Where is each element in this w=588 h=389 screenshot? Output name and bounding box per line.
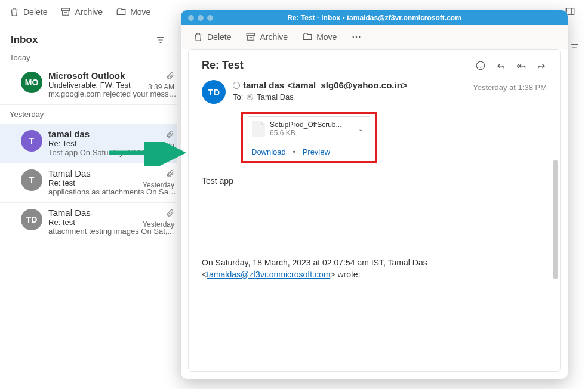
message-item[interactable]: TD Tamal Das Re: test attachment testing… bbox=[0, 203, 177, 242]
email-date: Yesterday at 1:38 PM bbox=[473, 83, 547, 92]
attachment-icon bbox=[166, 130, 174, 140]
move-icon bbox=[116, 7, 127, 17]
message-from: Microsoft Outlook bbox=[48, 70, 177, 81]
window-titlebar[interactable]: Re: Test - Inbox • tamaldas@zf3vr.onmicr… bbox=[181, 10, 568, 25]
group-yesterday-label: Yesterday bbox=[0, 105, 177, 124]
message-from: Tamal Das bbox=[48, 168, 177, 178]
archive-icon bbox=[245, 32, 256, 42]
message-time: Yesterday bbox=[143, 181, 174, 189]
annotation-highlight-box: SetupProd_OffScrub... 65.6 KB ⌄ Download… bbox=[241, 112, 377, 163]
email-subject: Re: Test bbox=[202, 59, 475, 72]
attachment-icon bbox=[166, 209, 174, 219]
email-body: Test app bbox=[189, 163, 560, 186]
svg-point-4 bbox=[353, 36, 354, 38]
archive-icon bbox=[60, 7, 71, 17]
ellipsis-icon bbox=[351, 32, 362, 42]
message-time: Yesterda bbox=[146, 141, 174, 150]
message-item[interactable]: MO Microsoft Outlook Undeliverable: FW: … bbox=[0, 66, 177, 105]
file-icon bbox=[252, 121, 265, 137]
download-link[interactable]: Download bbox=[251, 147, 286, 156]
delete-label: Delete bbox=[207, 32, 231, 42]
recipient-presence-icon bbox=[247, 94, 253, 100]
inbox-label: Inbox bbox=[11, 34, 38, 46]
close-icon[interactable] bbox=[188, 15, 194, 21]
avatar: T bbox=[21, 169, 42, 191]
move-button[interactable]: Move bbox=[116, 7, 150, 17]
delete-button[interactable]: Delete bbox=[9, 7, 47, 17]
scrollbar[interactable] bbox=[553, 160, 558, 279]
attachment-icon bbox=[166, 169, 174, 180]
reply-all-icon[interactable] bbox=[516, 60, 527, 71]
window-controls[interactable] bbox=[188, 15, 213, 21]
email-window: Re: Test - Inbox • tamaldas@zf3vr.onmicr… bbox=[181, 10, 568, 379]
archive-button[interactable]: Archive bbox=[60, 7, 103, 17]
attachment-links: Download • Preview bbox=[243, 141, 375, 156]
avatar: T bbox=[21, 130, 42, 152]
svg-rect-1 bbox=[566, 8, 574, 14]
email-actions bbox=[475, 60, 547, 71]
filter-icon[interactable] bbox=[569, 42, 580, 53]
message-item[interactable]: T Tamal Das Re: test applications as att… bbox=[0, 163, 177, 203]
trash-icon bbox=[9, 7, 20, 17]
group-today-label: Today bbox=[0, 52, 177, 66]
forward-icon[interactable] bbox=[536, 60, 547, 71]
quoted-suffix: > wrote: bbox=[330, 270, 360, 279]
message-time: Yesterday bbox=[143, 220, 174, 229]
archive-label: Archive bbox=[260, 32, 288, 42]
zoom-icon[interactable] bbox=[207, 15, 213, 21]
avatar: TD bbox=[21, 209, 42, 230]
move-icon bbox=[302, 32, 313, 42]
message-from: Tamal Das bbox=[48, 208, 177, 218]
chevron-down-icon[interactable]: ⌄ bbox=[356, 123, 366, 135]
attachment-name: SetupProd_OffScrub... bbox=[270, 121, 356, 129]
sender-name: tamal das bbox=[243, 80, 284, 90]
archive-button[interactable]: Archive bbox=[245, 32, 288, 42]
attachment-info: SetupProd_OffScrub... 65.6 KB bbox=[270, 121, 356, 138]
presence-icon bbox=[233, 82, 240, 89]
inbox-header: Inbox bbox=[0, 24, 177, 52]
message-list-panel: Inbox Today MO Microsoft Outlook Undeliv… bbox=[0, 24, 177, 389]
separator-dot: • bbox=[293, 147, 295, 156]
message-time: 3:39 AM bbox=[148, 83, 174, 91]
delete-label: Delete bbox=[23, 7, 47, 17]
to-name: Tamal Das bbox=[257, 92, 293, 101]
trash-icon bbox=[193, 32, 204, 42]
attachment-icon bbox=[166, 72, 174, 82]
move-label: Move bbox=[130, 7, 150, 17]
archive-label: Archive bbox=[75, 7, 103, 17]
attachment-size: 65.6 KB bbox=[270, 129, 356, 137]
svg-point-5 bbox=[356, 36, 357, 38]
message-item[interactable]: T tamal das Re: Test Test app On Saturda… bbox=[0, 124, 177, 163]
react-icon[interactable] bbox=[475, 60, 486, 71]
preview-link[interactable]: Preview bbox=[303, 147, 330, 156]
email-card: Re: Test TD tamal das <tamal_slg06@yahoo… bbox=[188, 49, 561, 372]
reply-icon[interactable] bbox=[495, 60, 506, 71]
move-button[interactable]: Move bbox=[302, 32, 337, 42]
svg-point-7 bbox=[476, 61, 485, 70]
email-toolbar-wrap: Delete Archive Move bbox=[181, 25, 568, 49]
svg-point-6 bbox=[359, 36, 360, 38]
delete-button[interactable]: Delete bbox=[193, 32, 231, 42]
to-line: To: Tamal Das bbox=[233, 92, 547, 101]
minimize-icon[interactable] bbox=[198, 15, 204, 21]
move-label: Move bbox=[316, 32, 337, 42]
window-title: Re: Test - Inbox • tamaldas@zf3vr.onmicr… bbox=[287, 14, 461, 22]
avatar: TD bbox=[202, 80, 226, 104]
filter-icon[interactable] bbox=[155, 35, 166, 45]
svg-rect-3 bbox=[247, 33, 255, 36]
message-from: tamal das bbox=[48, 129, 177, 139]
attachment-chip[interactable]: SetupProd_OffScrub... 65.6 KB ⌄ bbox=[248, 116, 370, 141]
avatar: MO bbox=[21, 72, 42, 93]
email-card-header: Re: Test bbox=[189, 50, 560, 74]
quoted-email-link[interactable]: tamaldas@zf3vr.onmicrosoft.com bbox=[207, 270, 330, 279]
svg-rect-0 bbox=[62, 8, 70, 11]
to-label: To: bbox=[233, 92, 243, 101]
quoted-header: On Saturday, 18 March, 2023 at 02:07:54 … bbox=[189, 186, 560, 280]
sender-email: <tamal_slg06@yahoo.co.in> bbox=[287, 80, 407, 90]
more-button[interactable] bbox=[351, 32, 362, 42]
email-toolbar: Delete Archive Move bbox=[181, 32, 568, 42]
